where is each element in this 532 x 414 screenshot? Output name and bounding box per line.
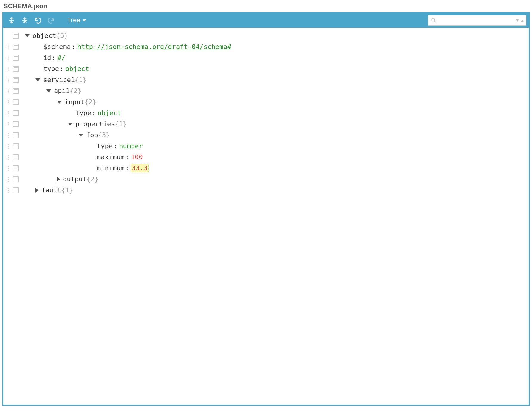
collapse-icon[interactable] xyxy=(46,89,51,92)
collapse-icon[interactable] xyxy=(68,123,72,126)
undo-button[interactable] xyxy=(32,14,44,26)
drag-grip-icon[interactable]: ∷∷ xyxy=(3,144,13,148)
file-title: SCHEMA.json xyxy=(2,2,530,10)
tree-row: ∷∷foo {3} xyxy=(3,129,528,140)
tree-row: ∷∷$schema : http://json-schema.org/draft… xyxy=(3,41,528,52)
node-count: {3} xyxy=(98,131,110,139)
node-key[interactable]: type xyxy=(75,109,91,117)
node-count: {2} xyxy=(70,87,82,95)
drag-grip-icon[interactable]: ∷∷ xyxy=(3,89,13,93)
tree-row: ∷∷properties {1} xyxy=(3,118,528,129)
drag-grip-icon[interactable]: ∷∷ xyxy=(3,155,13,159)
node-value[interactable]: #/ xyxy=(58,54,66,61)
node-key[interactable]: foo xyxy=(86,131,98,139)
drag-grip-icon[interactable]: ∷∷ xyxy=(3,177,13,181)
collapse-icon[interactable] xyxy=(35,78,40,81)
node-menu-button[interactable] xyxy=(13,99,19,105)
expand-icon[interactable] xyxy=(57,177,60,182)
tree-row: ∷∷id : #/ xyxy=(3,52,528,63)
node-key[interactable]: fault xyxy=(41,186,61,194)
node-key[interactable]: output xyxy=(63,175,86,183)
mode-dropdown[interactable]: Tree xyxy=(58,16,90,24)
search-next-icon[interactable]: ▼ xyxy=(515,19,519,22)
collapse-icon[interactable] xyxy=(57,101,62,104)
mode-label: Tree xyxy=(67,16,80,24)
json-editor-frame: Tree ▼ ▲ object {5}∷∷$schema : http://js… xyxy=(2,12,530,406)
drag-grip-icon[interactable]: ∷∷ xyxy=(3,45,13,49)
drag-grip-icon[interactable]: ∷∷ xyxy=(3,133,13,137)
collapse-all-button[interactable] xyxy=(19,14,31,26)
node-menu-button[interactable] xyxy=(13,44,19,50)
tree-row: ∷∷minimum : 33.3 xyxy=(3,163,528,174)
tree-row: ∷∷api1 {2} xyxy=(3,85,528,96)
drag-grip-icon[interactable]: ∷∷ xyxy=(3,78,13,82)
expand-all-button[interactable] xyxy=(6,14,18,26)
node-menu-button[interactable] xyxy=(13,66,19,72)
node-menu-button[interactable] xyxy=(13,176,19,182)
node-key[interactable]: input xyxy=(65,98,84,106)
node-menu-button[interactable] xyxy=(13,33,19,39)
node-key[interactable]: type xyxy=(97,142,113,150)
node-key[interactable]: id xyxy=(43,54,51,61)
node-menu-button[interactable] xyxy=(13,121,19,127)
node-menu-button[interactable] xyxy=(13,88,19,94)
node-count: {2} xyxy=(86,175,98,183)
search-icon xyxy=(430,17,437,23)
caret-down-icon xyxy=(83,19,86,21)
drag-grip-icon[interactable]: ∷∷ xyxy=(3,122,13,126)
node-key[interactable]: object xyxy=(33,32,56,39)
tree-row: ∷∷type : number xyxy=(3,140,528,152)
drag-grip-icon[interactable]: ∷∷ xyxy=(3,56,13,60)
node-menu-button[interactable] xyxy=(13,187,19,193)
node-key[interactable]: properties xyxy=(75,120,115,128)
node-count: {1} xyxy=(115,120,127,128)
editor-toolbar: Tree ▼ ▲ xyxy=(3,13,529,28)
node-menu-button[interactable] xyxy=(13,132,19,138)
node-menu-button[interactable] xyxy=(13,55,19,61)
collapse-icon[interactable] xyxy=(78,134,83,137)
node-menu-button[interactable] xyxy=(13,110,19,116)
node-count: {1} xyxy=(75,76,87,84)
search-box: ▼ ▲ xyxy=(428,15,526,26)
node-count: {2} xyxy=(84,98,96,106)
tree-row: ∷∷maximum : 100 xyxy=(3,152,528,163)
drag-grip-icon[interactable]: ∷∷ xyxy=(3,166,13,170)
tree-row: object {5} xyxy=(3,30,528,41)
node-value[interactable]: 33.3 xyxy=(131,164,149,172)
drag-grip-icon[interactable]: ∷∷ xyxy=(3,67,13,71)
key-value-separator: : xyxy=(91,109,98,117)
node-count: {1} xyxy=(61,186,73,194)
tree-row: ∷∷service1 {1} xyxy=(3,74,528,85)
search-input[interactable] xyxy=(437,15,515,25)
key-value-separator: : xyxy=(59,65,65,72)
svg-point-0 xyxy=(432,18,434,21)
node-value[interactable]: 100 xyxy=(131,153,143,161)
drag-grip-icon[interactable]: ∷∷ xyxy=(3,100,13,104)
node-menu-button[interactable] xyxy=(13,154,19,160)
search-prev-icon[interactable]: ▲ xyxy=(520,19,524,22)
expand-icon[interactable] xyxy=(35,188,38,193)
tree-row: ∷∷fault {1} xyxy=(3,185,528,196)
node-count: {5} xyxy=(56,32,68,39)
node-key[interactable]: type xyxy=(43,65,59,72)
tree-row: ∷∷input {2} xyxy=(3,96,528,107)
collapse-icon[interactable] xyxy=(25,34,30,37)
key-value-separator: : xyxy=(51,54,58,61)
node-menu-button[interactable] xyxy=(13,165,19,171)
node-key[interactable]: $schema xyxy=(43,43,71,50)
node-key[interactable]: maximum xyxy=(97,153,125,161)
drag-grip-icon[interactable]: ∷∷ xyxy=(3,188,13,192)
redo-button[interactable] xyxy=(45,14,57,26)
drag-grip-icon[interactable]: ∷∷ xyxy=(3,111,13,115)
node-value[interactable]: number xyxy=(119,142,143,150)
node-key[interactable]: api1 xyxy=(54,87,70,95)
node-key[interactable]: minimum xyxy=(97,164,125,172)
tree-row: ∷∷type : object xyxy=(3,107,528,118)
node-menu-button[interactable] xyxy=(13,77,19,83)
node-value[interactable]: object xyxy=(98,109,121,117)
node-menu-button[interactable] xyxy=(13,143,19,149)
node-value[interactable]: object xyxy=(65,65,89,72)
key-value-separator: : xyxy=(71,43,77,50)
node-value[interactable]: http://json-schema.org/draft-04/schema# xyxy=(77,43,231,50)
node-key[interactable]: service1 xyxy=(43,76,75,84)
